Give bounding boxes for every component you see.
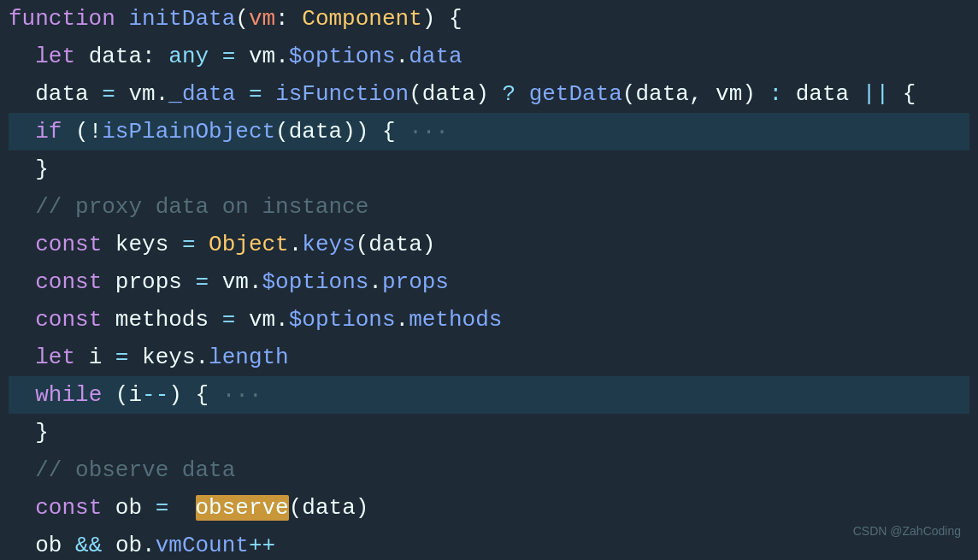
code-editor: function initData(vm: Component) { let d…	[0, 0, 978, 560]
code-line-13: // observe data	[9, 451, 969, 489]
code-line-10: let i = keys.length	[9, 339, 969, 376]
code-line-11: while (i--) { ···	[9, 376, 969, 414]
code-line-14: const ob = observe(data)	[9, 489, 969, 527]
code-line-7: const keys = Object.keys(data)	[9, 226, 969, 263]
code-line-1: function initData(vm: Component) {	[9, 0, 969, 38]
code-line-8: const props = vm.$options.props	[9, 263, 969, 301]
watermark: CSDN @ZahCoding	[853, 512, 961, 550]
code-line-2: let data: any = vm.$options.data	[9, 38, 969, 75]
code-line-15: ob && ob.vmCount++	[9, 527, 969, 560]
code-line-3: data = vm._data = isFunction(data) ? get…	[9, 75, 969, 113]
code-line-4: if (!isPlainObject(data)) { ···	[9, 113, 969, 150]
code-line-12: }	[9, 414, 969, 451]
code-line-5: }	[9, 150, 969, 188]
code-line-9: const methods = vm.$options.methods	[9, 301, 969, 339]
code-line-6: // proxy data on instance	[9, 188, 969, 226]
